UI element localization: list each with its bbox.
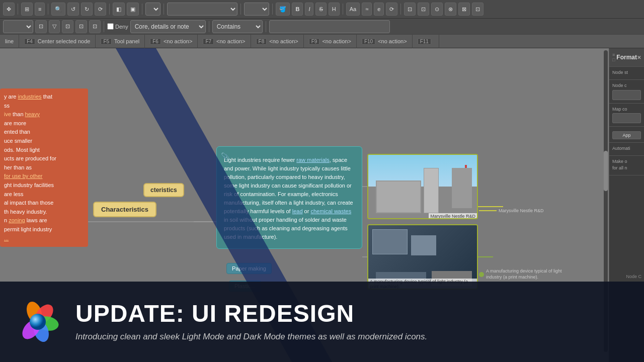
second-btn-5[interactable]: ⊡ <box>89 20 101 33</box>
separator-5 <box>164 4 164 15</box>
filter-btn-2[interactable]: ⊡ <box>418 3 429 16</box>
shortcut-f5[interactable]: F5 Tool panel <box>96 34 145 48</box>
shortcut-f8[interactable]: F8 <no action> <box>251 34 304 48</box>
list-view-btn[interactable]: ≡ <box>35 3 45 16</box>
f9-label: <no action> <box>322 38 351 44</box>
f5-label: Tool panel <box>114 38 139 44</box>
shortcut-f7[interactable]: F7 <no action> <box>198 34 251 48</box>
deny-checkbox[interactable] <box>107 23 114 30</box>
node-style-label: Node st <box>612 70 641 75</box>
font-size-select[interactable]: 12 <box>244 3 269 16</box>
raw-materials-link[interactable]: raw materials <box>296 157 329 163</box>
shortcut-f9[interactable]: F9 <no action> <box>304 34 357 48</box>
more-btn-1[interactable]: Aa <box>346 3 360 16</box>
f6-label: <no action> <box>164 38 193 44</box>
grid-view-btn[interactable]: ⊞ <box>21 3 33 16</box>
more-btn-4[interactable]: ⟳ <box>386 3 397 16</box>
second-btn-1[interactable]: ⊡ <box>35 20 47 33</box>
font-family-select[interactable]: MuseoModerno <box>167 3 237 16</box>
search-btn[interactable]: 🔍 <box>51 3 65 16</box>
more-link[interactable]: ... <box>4 235 9 241</box>
update-subtitle: Introducing clean and sleek Light Mode a… <box>75 330 629 343</box>
bottom-overlay: UPDATE: UI REDESIGN Introducing clean an… <box>0 282 644 362</box>
f11-key: F11 <box>418 38 431 45</box>
redo-btn[interactable]: ↻ <box>81 3 93 16</box>
separator-1 <box>18 4 18 15</box>
bold-btn[interactable]: B <box>292 3 303 16</box>
second-sep-3 <box>266 21 266 32</box>
f8-key: F8 <box>256 38 267 45</box>
shortcut-f4[interactable]: F4 Center selected node <box>19 34 96 48</box>
undo-btn[interactable]: ↺ <box>67 3 79 16</box>
map-color-input[interactable] <box>612 113 641 123</box>
building-shape-1 <box>376 180 421 213</box>
second-btn-4[interactable]: ⊡ <box>75 20 87 33</box>
contains-select[interactable]: Contains <box>212 20 263 33</box>
apply-button[interactable]: App <box>612 131 641 139</box>
filter-btn-6[interactable]: ⊡ <box>472 3 484 16</box>
separator-4 <box>142 4 142 15</box>
caption-line-yellow-1 <box>479 210 497 211</box>
nav-btn-2[interactable]: ▣ <box>127 3 139 16</box>
format-panel-title-text: Format <box>616 54 637 61</box>
core-details-select[interactable]: Core, details or note <box>130 20 206 33</box>
highlight-btn[interactable]: H <box>329 3 340 16</box>
shortcut-f10[interactable]: F10 <no action> <box>357 34 413 48</box>
paint-bucket-btn[interactable]: 🪣 <box>276 3 290 16</box>
machine-2 <box>411 235 436 255</box>
node-color-input[interactable] <box>612 90 641 100</box>
char-node-top-label: cteristics <box>150 187 177 194</box>
separator-7 <box>272 4 273 15</box>
characteristics-node-top[interactable]: cteristics <box>143 183 184 197</box>
level-select[interactable]: Level 2 <box>145 3 160 16</box>
characteristics-node[interactable]: Characteristics <box>93 202 156 217</box>
more-btn-2[interactable]: ≈ <box>362 3 372 16</box>
move-tool[interactable]: ✥ <box>3 3 15 16</box>
strikethrough-btn[interactable]: S <box>315 3 326 16</box>
industries-link[interactable]: industries <box>18 94 42 100</box>
shortcut-line[interactable]: line <box>0 34 19 48</box>
second-btn-2[interactable]: ▽ <box>49 20 60 33</box>
separator-8 <box>343 4 343 15</box>
scrollbar-thumb[interactable] <box>604 151 608 191</box>
second-sep-2 <box>209 21 209 32</box>
f6-key: F6 <box>150 38 161 45</box>
node-color-label: Node c <box>612 83 641 88</box>
heavy-link[interactable]: heavy <box>25 111 40 117</box>
image-card-2: A manufacturing device typical of light … <box>367 224 478 290</box>
filter-btn-1[interactable]: ⊡ <box>404 3 416 16</box>
filter-btn-5[interactable]: ⊠ <box>458 3 470 16</box>
filter-btn-3[interactable]: ⊙ <box>431 3 443 16</box>
format-panel-close-icon[interactable]: ✕ <box>637 55 641 60</box>
char-node-label: Characteristics <box>101 206 148 213</box>
for-use-link[interactable]: for use by other <box>4 173 42 179</box>
toolbar-second: ⊡ ▽ ⊡ ⊡ ⊡ Deny Core, details or note Con… <box>0 18 644 34</box>
logo-svg <box>15 299 60 344</box>
auto-label: Automati <box>612 146 641 151</box>
chemicals-link[interactable]: chemical wastes <box>310 208 351 214</box>
shortcut-bar: line F4 Center selected node F5 Tool pan… <box>0 34 644 48</box>
logo-container <box>15 299 60 344</box>
building-shape-2 <box>424 168 439 213</box>
more-btn-3[interactable]: e <box>374 3 384 16</box>
lead-link[interactable]: lead <box>292 208 303 214</box>
building-image <box>368 155 477 218</box>
separator-3 <box>109 4 110 15</box>
bottom-node-paper[interactable]: Paper making <box>226 263 272 274</box>
map-color-section: Map co <box>609 104 644 127</box>
shortcut-f11[interactable]: F11 <box>413 34 439 48</box>
filter-input[interactable] <box>269 20 390 33</box>
second-btn-3[interactable]: ⊡ <box>62 20 73 33</box>
nav-btn-1[interactable]: ◧ <box>113 3 125 16</box>
shortcut-f6[interactable]: F6 <no action> <box>145 34 198 48</box>
image-card-1: Marysville Nestle R&D <box>367 154 478 219</box>
content-card-text: Light industries require fewer raw mater… <box>224 156 355 241</box>
left-text-content: y are industries that ss ive than heavy … <box>4 93 84 243</box>
caption-text-2: A manufacturing device typical of light … <box>486 268 577 280</box>
second-select-1[interactable] <box>3 20 33 33</box>
italic-btn[interactable]: I <box>305 3 313 16</box>
zoning-link[interactable]: zoning <box>9 217 25 223</box>
history-btn[interactable]: ⟳ <box>95 3 106 16</box>
format-panel-header: ≡ □ Format ✕ <box>609 48 644 67</box>
filter-btn-4[interactable]: ⊗ <box>445 3 456 16</box>
